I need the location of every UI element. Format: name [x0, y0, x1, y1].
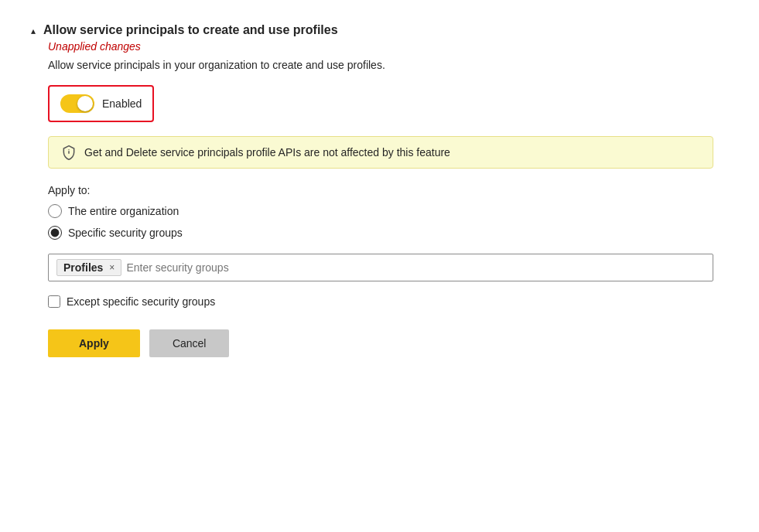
section-description: Allow service principals in your organiz… [48, 59, 728, 71]
apply-button[interactable]: Apply [48, 329, 140, 357]
except-groups-checkbox[interactable] [48, 295, 60, 308]
except-groups-label: Except specific security groups [67, 295, 215, 308]
section-wrapper: ▴ Allow service principals to create and… [31, 23, 728, 357]
radio-entire-org-label: The entire organization [68, 205, 179, 217]
toggle-switch[interactable] [60, 94, 94, 113]
radio-specific-groups[interactable]: Specific security groups [48, 226, 728, 240]
toggle-container[interactable]: Enabled [48, 85, 154, 122]
security-groups-input[interactable] [126, 261, 705, 274]
svg-point-1 [68, 149, 69, 150]
profiles-tag: Profiles × [56, 259, 121, 276]
toggle-thumb [77, 96, 93, 111]
section-title: Allow service principals to create and u… [43, 23, 338, 37]
radio-entire-org[interactable]: The entire organization [48, 204, 728, 218]
triangle-icon: ▴ [31, 26, 36, 36]
radio-specific-groups-label: Specific security groups [68, 227, 183, 239]
apply-to-label: Apply to: [48, 184, 728, 196]
radio-group: The entire organization Specific securit… [48, 204, 728, 240]
security-groups-field[interactable]: Profiles × [48, 254, 713, 281]
tag-close-button[interactable]: × [109, 262, 115, 273]
toggle-track [60, 94, 94, 113]
section-header: ▴ Allow service principals to create and… [31, 23, 728, 37]
radio-entire-org-input[interactable] [48, 204, 62, 218]
except-groups-checkbox-container[interactable]: Except specific security groups [48, 295, 728, 308]
radio-specific-groups-input[interactable] [48, 226, 62, 240]
tag-text: Profiles [63, 261, 103, 274]
toggle-label: Enabled [102, 97, 142, 110]
cancel-button[interactable]: Cancel [149, 329, 230, 357]
info-banner-text: Get and Delete service principals profil… [84, 146, 450, 159]
button-row: Apply Cancel [48, 329, 728, 357]
info-banner: Get and Delete service principals profil… [48, 136, 713, 169]
unapplied-changes-label: Unapplied changes [48, 40, 728, 53]
info-shield-icon [61, 145, 77, 160]
